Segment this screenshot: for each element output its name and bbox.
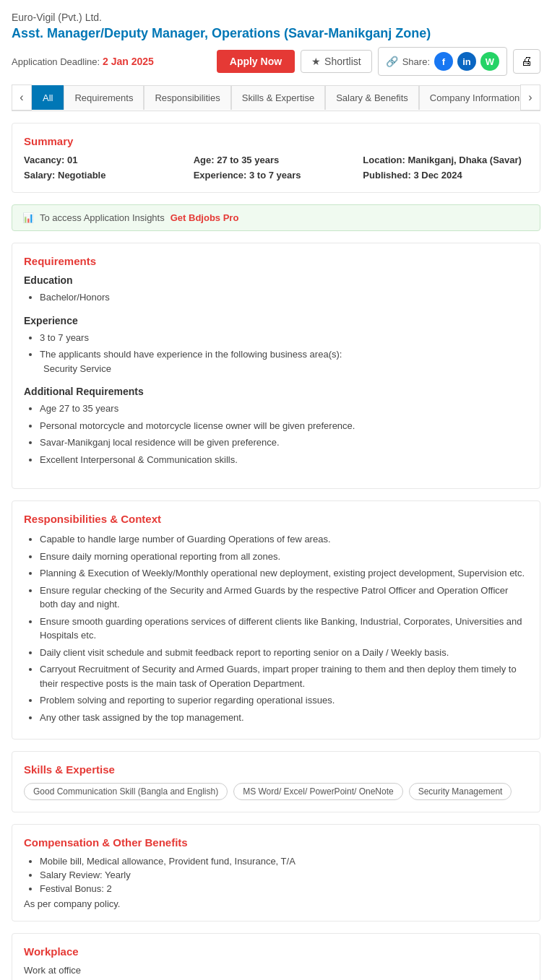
experience-item: Experience: 3 to 7 years [194,170,359,181]
location-item: Location: Manikganj, Dhaka (Savar) [363,155,528,165]
insight-bar: 📊 To access Application Insights Get Bdj… [12,204,540,231]
shortlist-label: Shortlist [324,56,361,67]
list-item: Savar-Manikganj local residence will be … [40,435,528,450]
share-label: Share: [402,56,430,67]
get-pro-link[interactable]: Get Bdjobs Pro [171,212,239,223]
age-value: 27 to 35 years [217,155,279,165]
tab-arrow-right[interactable]: › [520,84,540,110]
tab-skills[interactable]: Skills & Expertise [231,85,325,110]
experience-value: 3 to 7 years [249,170,301,181]
experience-list: 3 to 7 years The applicants should have … [24,331,528,376]
location-value: Manikganj, Dhaka (Savar) [407,155,522,165]
benefit-list: Mobile bill, Medical allowance, Providen… [24,856,528,894]
tabs-bar: ‹ All Requirements Responsibilities Skil… [12,84,540,111]
share-group: 🔗 Share: f in W [378,47,507,76]
list-item: 3 to 7 years [40,331,528,345]
skills-title: Skills & Expertise [24,763,528,776]
deadline-info: Application Deadline: 2 Jan 2025 [12,56,154,67]
workplace-title: Workplace [24,945,528,958]
experience-section: Experience 3 to 7 years The applicants s… [24,315,528,376]
additional-list: Age 27 to 35 years Personal motorcycle a… [24,402,528,467]
list-item: The applicants should have experience in… [40,347,528,376]
list-item: Carryout Recruitment of Security and Arm… [40,662,528,690]
requirements-section: Requirements Education Bachelor/Honors E… [12,243,540,489]
skill-tag: Security Management [409,783,512,800]
list-item: Ensure smooth guarding operations servic… [40,615,528,643]
list-item: Ensure regular checking of the Security … [40,584,528,612]
skills-section: Skills & Expertise Good Communication Sk… [12,751,540,812]
insight-icon: 📊 [22,212,34,223]
list-item: Salary Review: Yearly [40,870,528,880]
published-value: 3 Dec 2024 [413,170,462,181]
compensation-note: As per company policy. [24,898,528,909]
business-area: Security Service [40,363,111,374]
list-item: Festival Bonus: 2 [40,883,528,894]
summary-title: Summary [24,135,528,147]
vacancy-label: Vacancy: [24,155,64,165]
print-button[interactable]: 🖨 [513,49,540,74]
compensation-section: Compensation & Other Benefits Mobile bil… [12,824,540,922]
list-item: Any other task assigned by the top manag… [40,711,528,725]
list-item: Capable to handle large number of Guardi… [40,532,528,547]
summary-section: Summary Vacancy: 01 Age: 27 to 35 years … [12,123,540,193]
tab-responsibilities[interactable]: Responsibilities [144,85,230,110]
additional-subtitle: Additional Requirements [24,386,528,397]
responsibilities-section: Responsibilities & Context Capable to ha… [12,500,540,740]
vacancy-value: 01 [67,155,77,165]
tab-salary[interactable]: Salary & Benefits [325,85,419,110]
linkedin-share-button[interactable]: in [457,52,476,71]
summary-grid: Vacancy: 01 Age: 27 to 35 years Location… [24,155,528,181]
list-item: Age 27 to 35 years [40,402,528,416]
apply-button[interactable]: Apply Now [217,50,295,73]
job-title: Asst. Manager/Deputy Manager, Operations… [12,26,540,41]
experience-subtitle: Experience [24,315,528,326]
list-item: Planning & Execution of Weekly/Monthly o… [40,566,528,581]
whatsapp-share-button[interactable]: W [480,52,499,71]
deadline-action-row: Application Deadline: 2 Jan 2025 Apply N… [12,47,540,76]
salary-item: Salary: Negotiable [24,170,189,181]
compensation-title: Compensation & Other Benefits [24,836,528,849]
skill-tag: Good Communication Skill (Bangla and Eng… [24,783,228,800]
skills-tags: Good Communication Skill (Bangla and Eng… [24,783,528,800]
workplace-section: Workplace Work at office [12,933,540,980]
company-name: Euro-Vigil (Pvt.) Ltd. [12,12,540,23]
responsibilities-title: Responsibilities & Context [24,513,528,525]
requirements-title: Requirements [24,255,528,267]
list-item: Daily client visit schedule and submit f… [40,646,528,660]
list-item: Ensure daily morning operational reporti… [40,550,528,564]
facebook-share-button[interactable]: f [434,52,453,71]
experience-label: Experience: [194,170,247,181]
education-section: Education Bachelor/Honors [24,274,528,305]
education-subtitle: Education [24,274,528,286]
education-list: Bachelor/Honors [24,290,528,305]
action-buttons: Apply Now ★ Shortlist 🔗 Share: f in W 🖨 [217,47,540,76]
workplace-text: Work at office [24,965,528,976]
tab-company[interactable]: Company Information [419,85,520,110]
location-label: Location: [363,155,405,165]
salary-label: Salary: [24,170,55,181]
tabs-list: All Requirements Responsibilities Skills… [32,85,520,110]
additional-section: Additional Requirements Age 27 to 35 yea… [24,386,528,467]
list-item: Bachelor/Honors [40,290,528,305]
insight-text: To access Application Insights [40,212,165,223]
star-icon: ★ [311,56,321,67]
published-label: Published: [363,170,410,181]
vacancy-item: Vacancy: 01 [24,155,189,165]
list-item: Excellent Interpersonal & Communication … [40,453,528,467]
tab-requirements[interactable]: Requirements [64,85,144,110]
deadline-date: 2 Jan 2025 [103,56,154,67]
age-label: Age: [194,155,215,165]
salary-value: Negotiable [58,170,105,181]
age-item: Age: 27 to 35 years [194,155,359,165]
published-item: Published: 3 Dec 2024 [363,170,528,181]
tab-all[interactable]: All [32,85,64,110]
shortlist-button[interactable]: ★ Shortlist [301,50,372,73]
list-item: Personal motorcycle and motorcycle licen… [40,419,528,433]
tab-arrow-left[interactable]: ‹ [12,84,32,110]
share-icon: 🔗 [386,56,398,67]
responsibilities-list: Capable to handle large number of Guardi… [24,532,528,724]
list-item: Mobile bill, Medical allowance, Providen… [40,856,528,867]
skill-tag: MS Word/ Excel/ PowerPoint/ OneNote [233,783,403,800]
deadline-label: Application Deadline: [12,56,100,67]
list-item: Problem solving and reporting to superio… [40,693,528,708]
